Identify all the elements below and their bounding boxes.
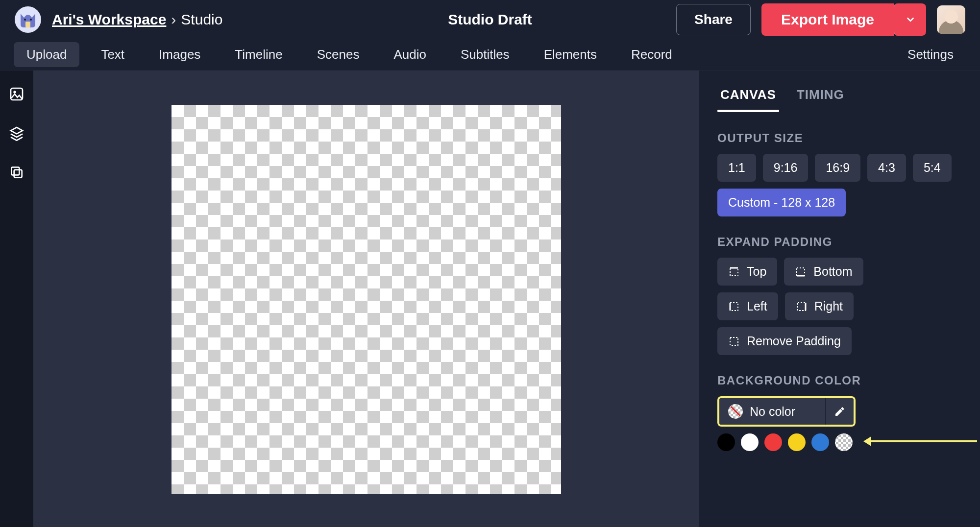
svg-rect-5 (14, 170, 22, 178)
remove-padding-button[interactable]: Remove Padding (717, 327, 852, 355)
padding-top-label: Top (747, 264, 766, 279)
chevron-down-icon (905, 14, 916, 25)
padding-top-icon (728, 266, 740, 278)
breadcrumb-separator: › (171, 11, 176, 28)
eyedropper-button[interactable] (825, 398, 854, 425)
remove-padding-label: Remove Padding (747, 334, 841, 348)
svg-rect-0 (25, 22, 30, 27)
padding-right-icon (796, 301, 808, 312)
svg-rect-9 (797, 268, 805, 276)
output-size-title: OUTPUT SIZE (717, 131, 968, 145)
padding-left-button[interactable]: Left (717, 292, 778, 320)
properties-panel: CANVAS TIMING OUTPUT SIZE 1:1 9:16 16:9 … (699, 71, 980, 527)
swatch-transparent[interactable] (835, 433, 853, 451)
ratio-4-3[interactable]: 4:3 (867, 154, 906, 182)
padding-top-button[interactable]: Top (717, 258, 777, 286)
tool-scenes[interactable]: Scenes (304, 42, 372, 67)
padding-right-label: Right (814, 299, 843, 313)
svg-point-2 (30, 19, 32, 21)
swatch-red[interactable] (764, 433, 782, 451)
padding-row-3: Remove Padding (717, 327, 968, 355)
canvas[interactable] (172, 105, 561, 494)
tool-upload[interactable]: Upload (14, 42, 79, 67)
padding-left-label: Left (747, 299, 767, 313)
ratio-9-16[interactable]: 9:16 (763, 154, 808, 182)
swatch-row (717, 433, 968, 451)
image-icon[interactable] (8, 85, 25, 103)
main-area: CANVAS TIMING OUTPUT SIZE 1:1 9:16 16:9 … (0, 71, 980, 527)
padding-bottom-icon (795, 266, 807, 278)
swatch-black[interactable] (717, 433, 735, 451)
header-actions: Share Export Image (676, 3, 965, 36)
annotation-arrow (869, 440, 977, 444)
cat-logo-icon (18, 10, 38, 29)
swatch-blue[interactable] (811, 433, 829, 451)
background-color-button[interactable]: No color (719, 398, 825, 425)
remove-padding-icon (728, 335, 740, 347)
svg-point-1 (24, 19, 26, 21)
swatch-yellow[interactable] (788, 433, 806, 451)
ratio-5-4[interactable]: 5:4 (913, 154, 952, 182)
user-avatar[interactable] (937, 5, 965, 34)
tool-settings[interactable]: Settings (895, 42, 966, 67)
ratio-1-1[interactable]: 1:1 (717, 154, 756, 182)
share-button[interactable]: Share (676, 4, 751, 35)
tool-timeline[interactable]: Timeline (222, 42, 295, 67)
padding-bottom-button[interactable]: Bottom (784, 258, 863, 286)
layers-icon[interactable] (8, 124, 25, 142)
canvas-area (33, 71, 699, 527)
app-header: Ari's Workspace › Studio Studio Draft Sh… (0, 0, 980, 39)
tool-audio[interactable]: Audio (381, 42, 439, 67)
padding-right-button[interactable]: Right (785, 292, 854, 320)
no-color-swatch-icon (728, 404, 743, 419)
svg-rect-6 (11, 167, 19, 175)
export-group: Export Image (761, 3, 926, 36)
svg-rect-11 (730, 303, 738, 311)
app-logo (15, 6, 41, 33)
tool-elements[interactable]: Elements (531, 42, 610, 67)
breadcrumb: Ari's Workspace › Studio (52, 11, 222, 28)
tool-subtitles[interactable]: Subtitles (448, 42, 522, 67)
svg-rect-7 (730, 268, 738, 276)
background-color-title: BACKGROUND COLOR (717, 374, 968, 387)
custom-size-button[interactable]: Custom - 128 x 128 (717, 189, 846, 216)
padding-row-1: Top Bottom (717, 258, 968, 286)
background-color-label: No color (750, 405, 795, 419)
tool-record[interactable]: Record (618, 42, 685, 67)
panel-tabs: CANVAS TIMING (717, 79, 968, 113)
custom-size-row: Custom - 128 x 128 (717, 189, 968, 216)
padding-left-icon (728, 301, 740, 312)
main-toolbar: Upload Text Images Timeline Scenes Audio… (0, 39, 980, 71)
export-image-button[interactable]: Export Image (761, 3, 894, 36)
background-color-control: No color (717, 396, 856, 427)
swatch-white[interactable] (741, 433, 759, 451)
svg-rect-13 (798, 303, 806, 311)
tab-canvas[interactable]: CANVAS (717, 79, 779, 112)
copy-icon[interactable] (8, 164, 25, 181)
tool-images[interactable]: Images (146, 42, 213, 67)
left-icon-bar (0, 71, 33, 527)
breadcrumb-page: Studio (181, 11, 222, 28)
expand-padding-title: EXPAND PADDING (717, 235, 968, 249)
export-dropdown-button[interactable] (894, 3, 926, 36)
svg-point-4 (13, 91, 16, 93)
ratio-16-9[interactable]: 16:9 (815, 154, 860, 182)
svg-rect-15 (730, 337, 738, 345)
tool-text[interactable]: Text (88, 42, 137, 67)
eyedropper-icon (834, 406, 846, 417)
document-title[interactable]: Studio Draft (448, 11, 532, 28)
padding-bottom-label: Bottom (813, 264, 852, 279)
padding-row-2: Left Right (717, 292, 968, 320)
aspect-ratio-row: 1:1 9:16 16:9 4:3 5:4 (717, 154, 968, 182)
tab-timing[interactable]: TIMING (794, 79, 847, 112)
workspace-link[interactable]: Ari's Workspace (52, 11, 166, 28)
